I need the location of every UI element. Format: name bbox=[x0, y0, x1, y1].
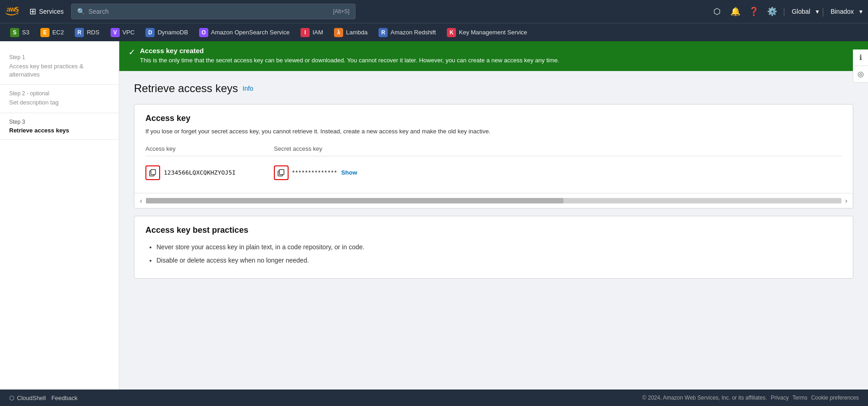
aws-logo[interactable] bbox=[6, 4, 20, 19]
account-selector[interactable]: Binadox bbox=[827, 6, 857, 17]
access-key-card-body: Access key If you lose or forget your se… bbox=[134, 104, 853, 193]
tab-ec2[interactable]: E EC2 bbox=[36, 26, 68, 39]
scroll-row: ‹ › bbox=[134, 193, 853, 208]
cloudshell-button[interactable]: ⬡ CloudShell bbox=[9, 395, 46, 401]
tab-dynamodb[interactable]: D DynamoDB bbox=[141, 26, 192, 39]
bottom-bar: ⬡ CloudShell Feedback © 2024, Amazon Web… bbox=[0, 390, 868, 406]
tab-s3[interactable]: S S3 bbox=[6, 26, 34, 39]
tab-rds[interactable]: R RDS bbox=[70, 26, 104, 39]
access-key-description: If you lose or forget your secret access… bbox=[145, 127, 842, 136]
step2-label: Step 2 - optional bbox=[9, 90, 110, 97]
search-bar: 🔍 [Alt+S] bbox=[71, 4, 356, 19]
cloudshell-icon: ⬡ bbox=[9, 395, 14, 401]
step2-link[interactable]: Set description tag bbox=[9, 99, 110, 107]
s3-tab-label: S3 bbox=[22, 29, 29, 36]
page-title: Retrieve access keys bbox=[134, 82, 238, 95]
lambda-tab-icon: λ bbox=[334, 28, 343, 37]
settings-icon-button[interactable]: ⚙️ bbox=[764, 3, 780, 20]
services-button[interactable]: ⊞ Services bbox=[26, 5, 67, 18]
bottom-right: © 2024, Amazon Web Services, Inc. or its… bbox=[642, 395, 859, 401]
copy-access-key-button[interactable] bbox=[145, 165, 160, 180]
notifications-icon-button[interactable]: 🔔 bbox=[727, 3, 744, 20]
step3-label: Step 3 bbox=[9, 119, 110, 125]
opensearch-tab-icon: O bbox=[199, 28, 208, 37]
rds-tab-label: RDS bbox=[87, 29, 99, 36]
banner-text: Access key created This is the only time… bbox=[140, 47, 559, 65]
lambda-tab-label: Lambda bbox=[346, 29, 367, 36]
service-tabs: S S3 E EC2 R RDS V VPC D DynamoDB O Amaz… bbox=[0, 23, 868, 41]
best-practices-list: Never store your access key in plain tex… bbox=[145, 242, 842, 265]
cloudshell-label: CloudShell bbox=[17, 395, 46, 401]
content-area: ✓ Access key created This is the only ti… bbox=[119, 41, 868, 406]
step2-section: Step 2 - optional Set description tag bbox=[0, 85, 119, 113]
rds-tab-icon: R bbox=[75, 28, 84, 37]
cookie-link[interactable]: Cookie preferences bbox=[811, 395, 859, 401]
key-row: 1234566LQXCQKHZYOJ5I ************** Show bbox=[145, 162, 842, 184]
ec2-tab-icon: E bbox=[40, 28, 50, 37]
s3-tab-icon: S bbox=[10, 28, 19, 37]
terminal-icon-button[interactable]: ⬡ bbox=[709, 3, 725, 20]
tab-iam[interactable]: I IAM bbox=[296, 26, 328, 39]
redshift-tab-label: Amazon Redshift bbox=[390, 29, 436, 36]
secret-key-masked: ************** bbox=[292, 169, 338, 176]
success-banner: ✓ Access key created This is the only ti… bbox=[119, 41, 868, 71]
step1-label: Step 1 bbox=[9, 54, 110, 60]
access-key-col-header: Access key bbox=[145, 145, 274, 152]
svg-rect-3 bbox=[279, 170, 284, 175]
tab-lambda[interactable]: λ Lambda bbox=[329, 26, 372, 39]
help-icon-button[interactable]: ❓ bbox=[746, 3, 762, 20]
best-practices-card: Access key best practices Never store yo… bbox=[134, 216, 853, 279]
privacy-link[interactable]: Privacy bbox=[771, 395, 789, 401]
dynamodb-tab-label: DynamoDB bbox=[157, 29, 188, 36]
search-input[interactable] bbox=[89, 8, 329, 15]
kms-tab-icon: K bbox=[447, 28, 456, 37]
iam-tab-label: IAM bbox=[312, 29, 323, 36]
practice-item-1: Never store your access key in plain tex… bbox=[156, 242, 842, 252]
copy-secret-key-button[interactable] bbox=[274, 165, 289, 180]
scroll-track[interactable] bbox=[146, 198, 842, 203]
search-icon: 🔍 bbox=[77, 8, 85, 15]
terms-link[interactable]: Terms bbox=[792, 395, 807, 401]
feedback-side-icon-button[interactable]: ◎ bbox=[853, 66, 868, 82]
access-key-value: 1234566LQXCQKHZYOJ5I bbox=[164, 169, 236, 176]
step3-section: Step 3 Retrieve access keys bbox=[0, 113, 119, 140]
feedback-button[interactable]: Feedback bbox=[51, 395, 78, 401]
info-link[interactable]: Info bbox=[243, 85, 253, 92]
best-practices-title: Access key best practices bbox=[145, 225, 842, 235]
key-table-header: Access key Secret access key bbox=[145, 145, 842, 156]
best-practices-body: Access key best practices Never store yo… bbox=[134, 216, 853, 278]
step3-title: Retrieve access keys bbox=[9, 127, 110, 134]
info-side-icon-button[interactable]: ℹ bbox=[853, 49, 868, 66]
access-key-cell: 1234566LQXCQKHZYOJ5I bbox=[145, 165, 274, 180]
main-wrapper: Step 1 Access key best practices & alter… bbox=[0, 41, 868, 406]
ec2-tab-label: EC2 bbox=[52, 29, 64, 36]
tab-kms[interactable]: K Key Management Service bbox=[442, 26, 532, 39]
banner-title: Access key created bbox=[140, 47, 559, 55]
region-selector[interactable]: Global bbox=[788, 6, 814, 17]
bottom-left: ⬡ CloudShell Feedback bbox=[9, 395, 78, 401]
secret-key-cell: ************** Show bbox=[274, 165, 842, 180]
vpc-tab-label: VPC bbox=[122, 29, 135, 36]
show-secret-key-button[interactable]: Show bbox=[341, 169, 357, 176]
nav-divider2: | bbox=[822, 6, 824, 17]
svg-rect-1 bbox=[151, 170, 156, 175]
nav-divider: | bbox=[783, 6, 785, 17]
iam-tab-icon: I bbox=[300, 28, 310, 37]
search-shortcut: [Alt+S] bbox=[333, 8, 350, 15]
tab-opensearch[interactable]: O Amazon OpenSearch Service bbox=[195, 26, 294, 39]
scroll-right-arrow[interactable]: › bbox=[843, 197, 849, 204]
grid-icon: ⊞ bbox=[29, 6, 36, 16]
step1-link[interactable]: Access key best practices & alternatives bbox=[9, 62, 110, 79]
side-icons: ℹ ◎ bbox=[853, 49, 868, 82]
tab-vpc[interactable]: V VPC bbox=[106, 26, 139, 39]
tab-redshift[interactable]: R Amazon Redshift bbox=[374, 26, 440, 39]
copyright: © 2024, Amazon Web Services, Inc. or its… bbox=[642, 395, 767, 401]
vpc-tab-icon: V bbox=[111, 28, 120, 37]
secret-key-col-header: Secret access key bbox=[274, 145, 842, 152]
step1-section: Step 1 Access key best practices & alter… bbox=[0, 49, 119, 85]
nav-right: ⬡ 🔔 ❓ ⚙️ | Global▾ | Binadox▾ bbox=[709, 3, 862, 20]
scroll-left-arrow[interactable]: ‹ bbox=[138, 197, 144, 204]
kms-tab-label: Key Management Service bbox=[459, 29, 527, 36]
practice-item-2: Disable or delete access key when no lon… bbox=[156, 256, 842, 265]
access-key-title: Access key bbox=[145, 114, 842, 123]
